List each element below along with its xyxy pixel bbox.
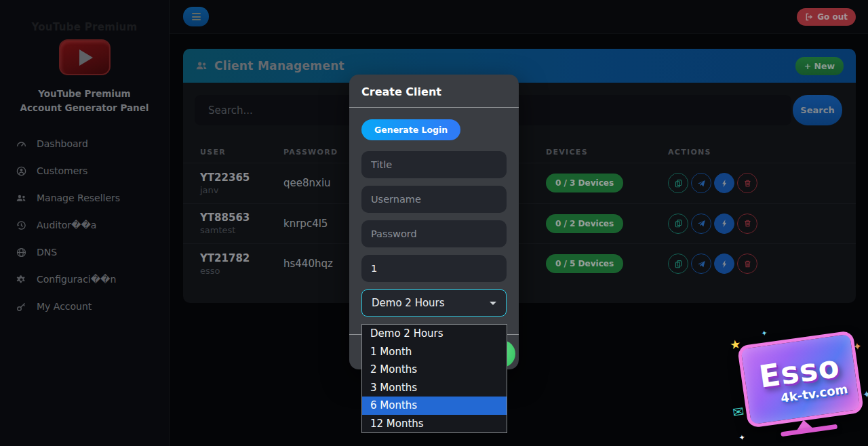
dropdown-option[interactable]: 1 Month: [362, 343, 507, 361]
modal-title: Create Client: [349, 75, 519, 107]
generate-login-button[interactable]: Generate Login: [361, 119, 460, 140]
app-root: YouTube Premium YouTube Premium Account …: [0, 0, 868, 446]
chevron-down-icon: [490, 302, 496, 305]
dropdown-option[interactable]: 2 Months: [362, 361, 507, 379]
dropdown-option[interactable]: Demo 2 Hours: [362, 325, 507, 343]
title-field[interactable]: [361, 151, 507, 178]
sparkle-icon: ✦: [862, 388, 868, 401]
envelope-icon: ✉: [732, 403, 745, 421]
dropdown-option[interactable]: 3 Months: [362, 379, 507, 397]
duration-dropdown-list: Demo 2 Hours 1 Month 2 Months 3 Months 6…: [361, 324, 507, 433]
sparkle-icon: ✦: [761, 329, 768, 338]
quantity-field[interactable]: [361, 255, 507, 282]
modal-body: Generate Login Demo 2 Hours: [349, 108, 519, 317]
password-field[interactable]: [361, 220, 507, 247]
username-field[interactable]: [361, 186, 507, 213]
dropdown-option[interactable]: 12 Months: [362, 415, 507, 433]
dropdown-option-highlighted[interactable]: 6 Months: [362, 397, 507, 415]
esso-watermark-logo: ★ ✦ ✉ ✦ ✦ ✦ Esso 4k-tv.com: [732, 321, 868, 446]
duration-select[interactable]: Demo 2 Hours: [361, 289, 507, 317]
duration-selected-value: Demo 2 Hours: [372, 297, 445, 309]
esso-tv-frame: Esso 4k-tv.com: [737, 330, 864, 428]
sparkle-icon: ✦: [738, 433, 746, 443]
